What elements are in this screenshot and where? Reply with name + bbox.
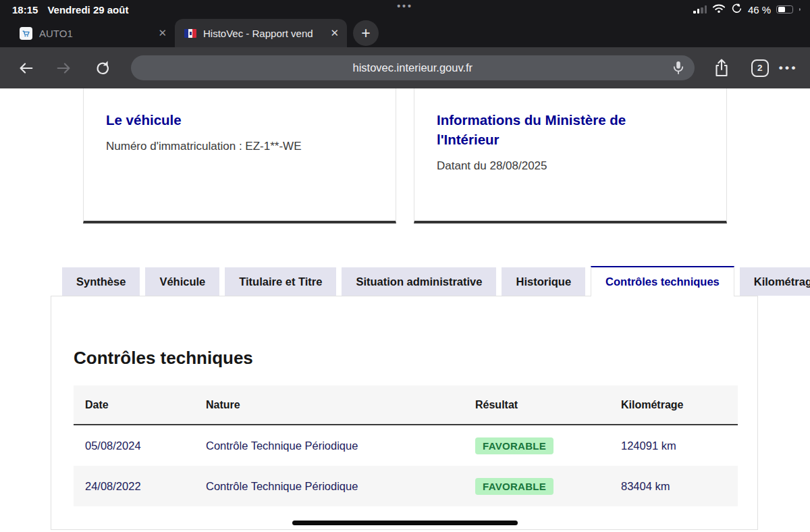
- page-tab-vehicule[interactable]: Véhicule: [145, 267, 219, 296]
- url-text: histovec.interieur.gouv.fr: [353, 61, 473, 74]
- page-tab-controles-techniques[interactable]: Contrôles techniques: [591, 266, 734, 296]
- status-badge: FAVORABLE: [475, 478, 554, 495]
- overflow-menu-icon[interactable]: •••: [774, 61, 798, 75]
- page-tab-situation-administrative[interactable]: Situation administrative: [342, 267, 496, 296]
- close-tab-icon[interactable]: ✕: [330, 27, 339, 39]
- section-title: Contrôles techniques: [74, 348, 757, 369]
- browser-tab-histovec[interactable]: HistoVec - Rapport vend ✕: [175, 19, 347, 47]
- status-bar: 18:15 Vendredi 29 août ••• 46 %: [0, 0, 810, 19]
- multitask-indicator-icon: •••: [397, 1, 413, 11]
- page-tab-titulaire-et-titre[interactable]: Titulaire et Titre: [225, 267, 336, 296]
- battery-icon: [776, 5, 793, 14]
- cell-nature: Contrôle Technique Périodique: [194, 440, 464, 452]
- browser-toolbar: histovec.interieur.gouv.fr 2 •••: [0, 47, 810, 88]
- status-badge: FAVORABLE: [475, 437, 554, 454]
- cell-kilometrage: 83404 km: [610, 480, 738, 493]
- tab-switcher-button[interactable]: 2: [747, 55, 774, 82]
- voice-search-icon[interactable]: [670, 59, 686, 78]
- url-bar[interactable]: histovec.interieur.gouv.fr: [131, 55, 695, 80]
- auto1-favicon: [20, 27, 32, 40]
- close-tab-icon[interactable]: ✕: [158, 27, 167, 39]
- table-row: 05/08/2024Contrôle Technique PériodiqueF…: [74, 425, 738, 466]
- home-indicator[interactable]: [292, 521, 518, 525]
- french-flag-favicon: [184, 29, 196, 38]
- page-tab-kilometrage[interactable]: Kilométrage: [740, 267, 810, 296]
- date-label: Vendredi 29 août: [47, 4, 128, 16]
- cell-date: 05/08/2024: [74, 440, 194, 452]
- col-header-kilometrage: Kilométrage: [610, 399, 738, 411]
- tab-count: 2: [751, 59, 769, 77]
- card-title: Informations du Ministère de l'Intérieur: [437, 110, 659, 149]
- battery-percent: 46 %: [748, 4, 771, 16]
- col-header-nature: Nature: [194, 399, 464, 411]
- col-header-date: Date: [74, 399, 194, 411]
- share-icon[interactable]: [708, 55, 735, 82]
- col-header-resultat: Résultat: [464, 399, 610, 411]
- browser-tab-auto1[interactable]: AUTO1 ✕: [10, 19, 175, 47]
- tab-panel: Contrôles techniques DateNatureRésultatK…: [51, 296, 758, 530]
- ct-table-body: 05/08/2024Contrôle Technique PériodiqueF…: [74, 425, 738, 506]
- web-page: Le véhicule Numéro d'immatriculation : E…: [0, 88, 810, 532]
- table-row: 24/08/2022Contrôle Technique PériodiqueF…: [74, 466, 738, 506]
- page-tab-synthese[interactable]: Synthèse: [62, 267, 140, 296]
- page-tabs: SynthèseVéhiculeTitulaire et TitreSituat…: [62, 266, 810, 296]
- wifi-icon: [712, 3, 726, 16]
- controls-table: DateNatureRésultatKilométrage 05/08/2024…: [74, 385, 738, 506]
- forward-button[interactable]: [51, 55, 78, 82]
- browser-tab-strip: AUTO1 ✕ HistoVec - Rapport vend ✕ +: [0, 19, 810, 47]
- ipad-screen: 18:15 Vendredi 29 août ••• 46 % AUTO1 ✕: [0, 0, 810, 532]
- new-tab-button[interactable]: +: [353, 20, 379, 46]
- cell-resultat: FAVORABLE: [464, 478, 610, 495]
- orientation-lock-icon: [731, 3, 742, 17]
- cell-resultat: FAVORABLE: [464, 437, 610, 454]
- table-header-row: DateNatureRésultatKilométrage: [74, 385, 738, 425]
- cell-nature: Contrôle Technique Périodique: [194, 480, 464, 493]
- reload-button[interactable]: [89, 55, 116, 82]
- clock: 18:15: [12, 4, 38, 16]
- browser-tab-title: HistoVec - Rapport vend: [203, 28, 323, 39]
- cellular-signal-icon: [693, 5, 707, 14]
- card-body: Datant du 28/08/2025: [437, 159, 706, 173]
- back-button[interactable]: [12, 55, 39, 82]
- ministry-card: Informations du Ministère de l'Intérieur…: [414, 88, 727, 223]
- battery-nub: [799, 8, 801, 11]
- cell-date: 24/08/2022: [74, 480, 194, 493]
- card-body: Numéro d'immatriculation : EZ-1**-WE: [106, 140, 375, 153]
- card-title: Le véhicule: [106, 110, 375, 130]
- page-tab-historique[interactable]: Historique: [502, 267, 585, 296]
- cell-kilometrage: 124091 km: [610, 440, 738, 452]
- browser-tab-title: AUTO1: [39, 28, 151, 39]
- vehicle-card: Le véhicule Numéro d'immatriculation : E…: [83, 88, 396, 223]
